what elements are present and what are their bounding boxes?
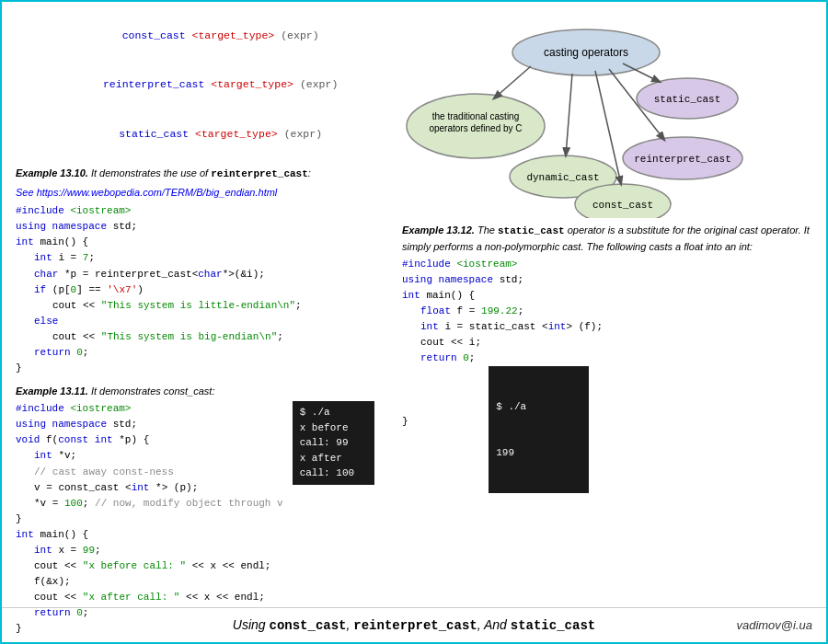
svg-text:the traditional casting: the traditional casting — [432, 111, 520, 121]
right-panel: casting operators the traditional castin… — [388, 2, 826, 605]
svg-text:operators defined by C: operators defined by C — [429, 123, 522, 133]
svg-text:const_cast: const_cast — [592, 200, 653, 211]
example-1311-label: Example 13.11. It demonstrates const_cas… — [16, 384, 374, 399]
svg-line-15 — [566, 74, 572, 155]
svg-text:reinterpret_cast: reinterpret_cast — [634, 154, 731, 165]
example-1310-section: Example 13.10. It demonstrates the use o… — [16, 166, 374, 376]
footer-const-cast: const_cast — [269, 618, 346, 633]
terminal-line-2: x before call: 99 — [300, 420, 367, 451]
left-panel: const_cast <target_type> (expr) reinterp… — [2, 2, 388, 605]
terminal2-line2: 199 — [496, 445, 581, 461]
example-1310-link: See https://www.webopedia.com/TERM/B/big… — [16, 185, 374, 201]
example-1312-content: #include <iostream> using namespace std;… — [402, 257, 812, 493]
footer-using: Using — [233, 617, 270, 632]
footer-email: vadimov@i.ua — [736, 618, 812, 632]
cast-line-3: static_cast <target_type> (expr) — [16, 109, 374, 158]
terminal-line-1: $ ./a — [300, 405, 367, 420]
example-1311-content: #include <iostream> using namespace std;… — [16, 401, 374, 637]
example-1310-code: #include <iostream> using namespace std;… — [16, 203, 374, 376]
svg-text:casting operators: casting operators — [544, 46, 628, 59]
example-1312-code: #include <iostream> using namespace std;… — [402, 257, 812, 493]
example-1311-section: Example 13.11. It demonstrates const_cas… — [16, 384, 374, 637]
cast-syntax-block: const_cast <target_type> (expr) reinterp… — [16, 11, 374, 158]
example-1310-label: Example 13.10. It demonstrates the use o… — [16, 166, 374, 182]
cast-line-1: const_cast <target_type> (expr) — [16, 11, 374, 60]
svg-text:dynamic_cast: dynamic_cast — [526, 172, 599, 183]
terminal-output-1: $ ./a x before call: 99 x after call: 10… — [293, 401, 374, 485]
terminal-output-2: $ ./a 199 — [489, 366, 588, 493]
example-1312-label: Example 13.12. The static_cast operator … — [402, 223, 812, 254]
footer-reinterpret-cast: reinterpret_cast — [353, 618, 477, 633]
footer: Using const_cast, reinterpret_cast, And … — [2, 607, 826, 642]
casting-diagram: casting operators the traditional castin… — [402, 16, 752, 218]
example-1312-section: Example 13.12. The static_cast operator … — [402, 223, 812, 493]
footer-static-cast: static_cast — [511, 618, 595, 633]
example-1311-code: #include <iostream> using namespace std;… — [16, 401, 283, 637]
svg-text:static_cast: static_cast — [654, 94, 721, 105]
footer-text: Using const_cast, reinterpret_cast, And … — [233, 617, 595, 633]
terminal2-line1: $ ./a — [496, 399, 581, 415]
svg-line-13 — [494, 66, 531, 98]
terminal-line-3: x after call: 100 — [300, 451, 367, 481]
cast-line-2: reinterpret_cast <target_type> (expr) — [16, 60, 374, 109]
